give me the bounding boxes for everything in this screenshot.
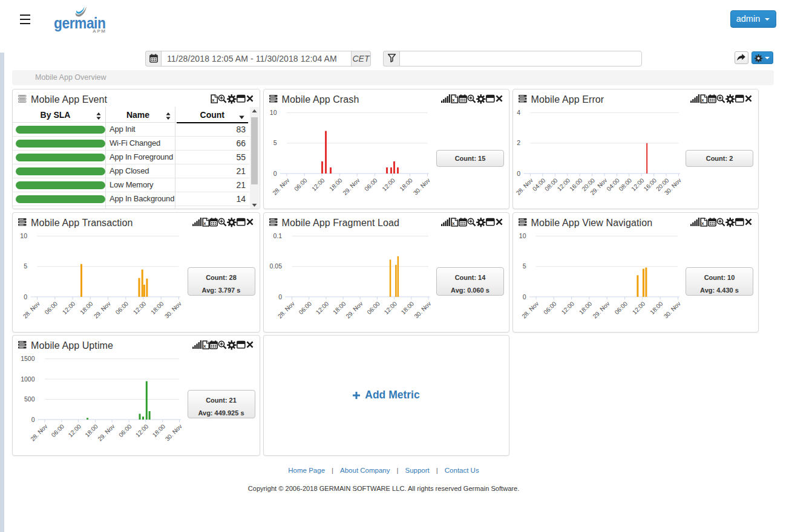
svg-text:06:00: 06:00 bbox=[114, 300, 130, 316]
svg-text:12:00: 12:00 bbox=[555, 177, 571, 192]
svg-text:06:00: 06:00 bbox=[117, 423, 133, 438]
svg-text:08:00: 08:00 bbox=[617, 177, 633, 192]
svg-text:28. Nov: 28. Nov bbox=[22, 300, 41, 318]
svg-text:2: 2 bbox=[517, 139, 520, 146]
svg-text:12:00: 12:00 bbox=[382, 300, 398, 316]
svg-text:18:00: 18:00 bbox=[83, 423, 99, 438]
svg-text:04:00: 04:00 bbox=[531, 177, 546, 192]
svg-text:12:00: 12:00 bbox=[314, 300, 330, 316]
svg-text:10: 10 bbox=[269, 109, 277, 116]
svg-text:5: 5 bbox=[522, 262, 526, 270]
svg-text:0: 0 bbox=[31, 416, 35, 423]
svg-text:12:00: 12:00 bbox=[134, 423, 150, 438]
svg-text:29. Nov: 29. Nov bbox=[93, 300, 112, 318]
svg-text:16:00: 16:00 bbox=[642, 177, 658, 192]
svg-text:06:00: 06:00 bbox=[50, 423, 66, 438]
svg-text:28. Nov: 28. Nov bbox=[514, 177, 534, 195]
svg-text:0: 0 bbox=[522, 293, 526, 300]
svg-text:30. Nov: 30. Nov bbox=[163, 300, 183, 318]
svg-text:06:00: 06:00 bbox=[293, 177, 309, 192]
svg-text:0: 0 bbox=[517, 170, 520, 177]
svg-text:0.1: 0.1 bbox=[273, 232, 282, 239]
svg-text:18:00: 18:00 bbox=[399, 300, 415, 316]
svg-text:10: 10 bbox=[20, 232, 27, 239]
svg-text:06:00: 06:00 bbox=[297, 300, 313, 316]
svg-text:06:00: 06:00 bbox=[613, 300, 629, 316]
svg-text:x: x bbox=[212, 97, 215, 103]
svg-text:06:00: 06:00 bbox=[44, 300, 59, 316]
svg-text:18:00: 18:00 bbox=[149, 300, 165, 316]
svg-text:10: 10 bbox=[519, 232, 526, 239]
svg-text:06:00: 06:00 bbox=[542, 300, 558, 316]
svg-text:29. Nov: 29. Nov bbox=[341, 177, 361, 195]
svg-text:5: 5 bbox=[273, 139, 277, 146]
svg-text:30. Nov: 30. Nov bbox=[164, 423, 183, 441]
svg-text:0: 0 bbox=[278, 293, 282, 300]
svg-text:12:00: 12:00 bbox=[132, 300, 148, 316]
svg-text:30. Nov: 30. Nov bbox=[662, 300, 681, 318]
svg-text:18:00: 18:00 bbox=[649, 300, 664, 316]
svg-text:18:00: 18:00 bbox=[332, 300, 347, 316]
svg-text:500: 500 bbox=[24, 395, 35, 403]
svg-text:18:00: 18:00 bbox=[398, 177, 414, 192]
svg-text:0.05: 0.05 bbox=[269, 262, 282, 270]
svg-text:0: 0 bbox=[273, 170, 277, 177]
svg-text:28. Nov: 28. Nov bbox=[520, 300, 540, 318]
svg-text:04:00: 04:00 bbox=[605, 177, 621, 192]
svg-text:29. Nov: 29. Nov bbox=[591, 300, 611, 318]
svg-text:28. Nov: 28. Nov bbox=[271, 177, 290, 195]
svg-text:18:00: 18:00 bbox=[577, 300, 593, 316]
svg-text:18:00: 18:00 bbox=[328, 177, 344, 192]
svg-text:06:00: 06:00 bbox=[363, 177, 379, 192]
svg-text:12:00: 12:00 bbox=[61, 300, 77, 316]
svg-text:5: 5 bbox=[24, 262, 27, 270]
svg-text:12:00: 12:00 bbox=[560, 300, 575, 316]
svg-text:12:00: 12:00 bbox=[310, 177, 326, 192]
svg-text:4: 4 bbox=[517, 109, 520, 116]
svg-text:29. Nov: 29. Nov bbox=[344, 300, 364, 318]
svg-text:30. Nov: 30. Nov bbox=[413, 300, 432, 318]
svg-text:18:00: 18:00 bbox=[151, 423, 167, 438]
svg-text:12:00: 12:00 bbox=[381, 177, 396, 192]
svg-text:08:00: 08:00 bbox=[543, 177, 559, 192]
svg-text:12:00: 12:00 bbox=[67, 423, 83, 438]
svg-text:0: 0 bbox=[24, 293, 27, 300]
svg-text:29. Nov: 29. Nov bbox=[96, 423, 116, 441]
svg-text:1500: 1500 bbox=[21, 355, 35, 362]
svg-text:30. Nov: 30. Nov bbox=[411, 177, 431, 195]
svg-text:06:00: 06:00 bbox=[365, 300, 381, 316]
svg-text:1000: 1000 bbox=[21, 375, 35, 383]
svg-text:18:00: 18:00 bbox=[79, 300, 94, 316]
svg-text:28. Nov: 28. Nov bbox=[29, 423, 48, 441]
svg-text:16:00: 16:00 bbox=[568, 177, 584, 192]
svg-text:12:00: 12:00 bbox=[630, 300, 646, 316]
svg-text:12:00: 12:00 bbox=[630, 177, 646, 192]
svg-text:28. Nov: 28. Nov bbox=[276, 300, 295, 318]
